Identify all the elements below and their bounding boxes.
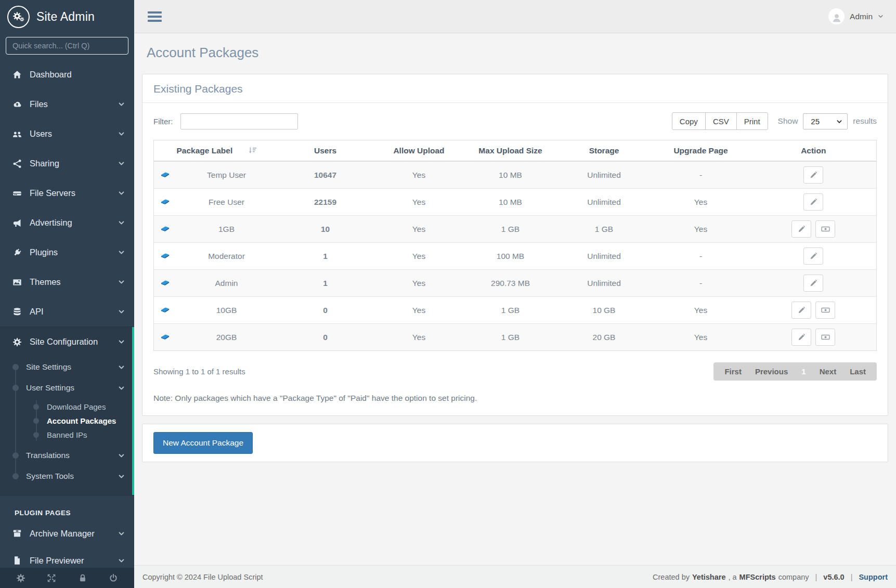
- chevron-down-icon: [118, 308, 125, 315]
- sidebar-item-site-configuration[interactable]: Site Configuration: [0, 327, 134, 357]
- bullet-dot: [12, 364, 19, 370]
- sidebar-item-users[interactable]: Users: [0, 119, 134, 149]
- table-controls: Filter: Copy CSV Print Show 25 results: [153, 112, 877, 130]
- sort-icon[interactable]: [248, 147, 257, 154]
- column-header-upgrade-page[interactable]: Upgrade Page: [651, 140, 751, 162]
- sidebar-search: [6, 37, 128, 55]
- new-account-package-button[interactable]: New Account Package: [153, 432, 253, 454]
- chevron-down-icon: [118, 190, 125, 197]
- pricing-note: Note: Only packages which have a "Packag…: [153, 394, 877, 403]
- bullet-dot: [33, 418, 39, 424]
- edit-package-button[interactable]: [791, 220, 811, 238]
- column-header-package-label[interactable]: Package Label: [177, 140, 277, 162]
- sidebar-item-user-settings[interactable]: User Settings: [0, 377, 134, 398]
- sidebar-item-translations[interactable]: Translations: [0, 445, 134, 466]
- sidebar-item-system-tools[interactable]: System Tools: [0, 466, 134, 487]
- export-button-group: Copy CSV Print: [672, 112, 768, 130]
- edit-package-button[interactable]: [803, 247, 823, 265]
- edit-package-button[interactable]: [803, 193, 823, 211]
- pagination-page-1[interactable]: 1: [795, 367, 812, 376]
- table-row: 10GB 0 Yes 1 GB 10 GB Yes: [154, 297, 877, 324]
- sidebar-item-themes[interactable]: Themes: [0, 267, 134, 297]
- menu-icon[interactable]: [147, 9, 163, 24]
- bullet-dot: [12, 385, 19, 391]
- packages-table: Package Label Users Allow Upload Max Upl…: [153, 140, 877, 351]
- pagination-last[interactable]: Last: [843, 367, 873, 376]
- icon-column-header: [154, 140, 177, 162]
- sidebar-item-files[interactable]: Files: [0, 89, 134, 119]
- database-icon: [11, 307, 23, 317]
- pricing-button[interactable]: [815, 302, 835, 319]
- user-menu[interactable]: Admin: [828, 8, 884, 24]
- edit-package-button[interactable]: [791, 329, 811, 346]
- edit-package-button[interactable]: [803, 166, 823, 184]
- sidebar-item-archive-manager[interactable]: Archive Manager: [0, 520, 134, 547]
- megaphone-icon: [11, 218, 23, 228]
- power-icon[interactable]: [109, 573, 118, 583]
- sidebar-item-plugins[interactable]: Plugins: [0, 238, 134, 267]
- brand[interactable]: Site Admin: [0, 0, 134, 33]
- settings-gear-icon[interactable]: [16, 573, 25, 583]
- lock-icon[interactable]: [78, 573, 87, 583]
- pagination-next[interactable]: Next: [813, 367, 843, 376]
- column-header-allow-upload[interactable]: Allow Upload: [374, 140, 464, 162]
- table-row: Moderator 1 Yes 100 MB Unlimited -: [154, 243, 877, 270]
- gear-icon: [11, 337, 23, 347]
- copy-button[interactable]: Copy: [672, 112, 706, 130]
- main-area: Admin Account Packages Existing Packages…: [134, 0, 896, 588]
- page-title: Account Packages: [147, 45, 896, 61]
- column-header-storage[interactable]: Storage: [557, 140, 651, 162]
- chevron-down-icon: [118, 452, 125, 459]
- column-header-max-upload-size[interactable]: Max Upload Size: [464, 140, 557, 162]
- brand-title: Site Admin: [36, 10, 95, 24]
- chevron-down-icon: [118, 557, 125, 564]
- package-icon: [161, 197, 170, 205]
- sidebar-nav: Dashboard Files Users Sharing File Serve…: [0, 60, 134, 574]
- column-header-users[interactable]: Users: [277, 140, 374, 162]
- pricing-button[interactable]: [815, 329, 835, 346]
- sidebar-item-api[interactable]: API: [0, 297, 134, 326]
- site-configuration-section: Site Configuration Site Settings User Se…: [0, 326, 134, 495]
- pagination-first[interactable]: First: [718, 367, 748, 376]
- sidebar-item-dashboard[interactable]: Dashboard: [0, 60, 134, 89]
- plug-icon: [11, 248, 23, 257]
- table-row: 20GB 0 Yes 1 GB 20 GB Yes: [154, 324, 877, 351]
- vendor-link[interactable]: Yetishare: [692, 573, 726, 581]
- filter-input[interactable]: [180, 113, 298, 129]
- edit-package-button[interactable]: [791, 302, 811, 319]
- sidebar-item-file-servers[interactable]: File Servers: [0, 178, 134, 208]
- panel-body: Filter: Copy CSV Print Show 25 results: [142, 103, 888, 415]
- filter-label: Filter:: [153, 117, 173, 126]
- plugin-pages-heading: PLUGIN PAGES: [15, 509, 134, 517]
- pricing-button[interactable]: [815, 220, 835, 238]
- sidebar-item-download-pages[interactable]: Download Pages: [0, 400, 134, 414]
- new-package-panel: New Account Package: [142, 424, 888, 462]
- edit-package-button[interactable]: [803, 275, 823, 292]
- bullet-dot: [33, 404, 39, 410]
- bullet-dot: [12, 473, 19, 479]
- chevron-down-icon: [118, 530, 125, 537]
- chevron-down-icon: [118, 249, 125, 256]
- quick-search-input[interactable]: [6, 37, 128, 55]
- pagination-previous[interactable]: Previous: [748, 367, 795, 376]
- show-results-select[interactable]: 25: [803, 114, 847, 129]
- sidebar-item-sharing[interactable]: Sharing: [0, 149, 134, 178]
- sidebar-item-advertising[interactable]: Advertising: [0, 208, 134, 238]
- package-icon: [161, 251, 170, 259]
- csv-button[interactable]: CSV: [705, 112, 737, 130]
- avatar: [828, 8, 845, 24]
- pagination: First Previous 1 Next Last: [713, 362, 877, 381]
- support-link[interactable]: Support: [859, 573, 888, 581]
- archive-icon: [11, 529, 23, 538]
- company-link[interactable]: MFScripts: [739, 573, 776, 581]
- sidebar-item-site-settings[interactable]: Site Settings: [0, 357, 134, 377]
- table-footer: Showing 1 to 1 of 1 results First Previo…: [153, 362, 877, 381]
- expand-icon[interactable]: [47, 573, 56, 583]
- chevron-down-icon: [878, 14, 884, 19]
- bullet-dot: [33, 432, 39, 438]
- chevron-down-icon: [118, 364, 125, 371]
- sidebar-item-banned-ips[interactable]: Banned IPs: [0, 428, 134, 442]
- sidebar-item-account-packages[interactable]: Account Packages: [0, 414, 134, 428]
- bullet-dot: [12, 452, 19, 459]
- print-button[interactable]: Print: [736, 112, 768, 130]
